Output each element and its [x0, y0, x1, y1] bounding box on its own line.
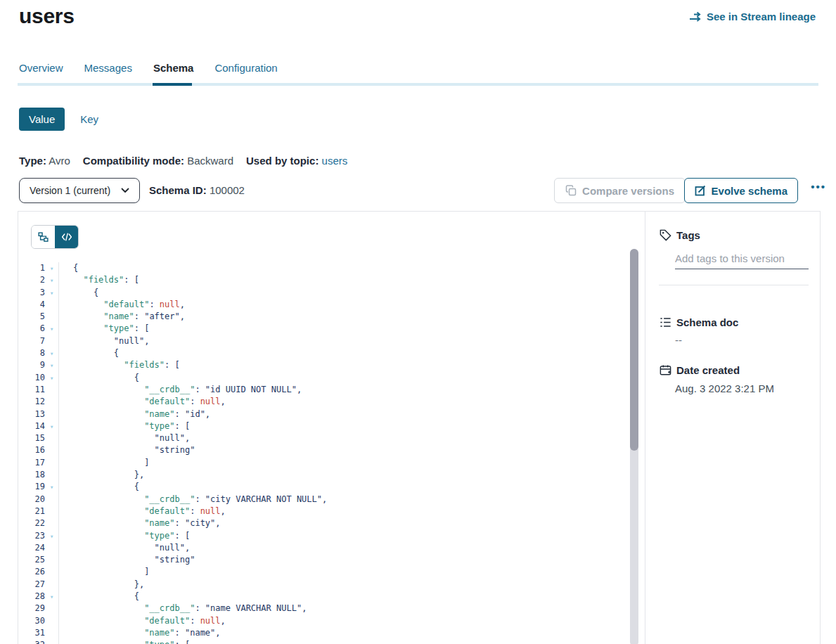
- fold-spacer: [45, 554, 59, 566]
- code-text: "default": null,: [59, 299, 185, 311]
- code-text: {: [59, 287, 98, 299]
- schema-meta-row: Type: Avro Compatibility mode: Backward …: [19, 155, 347, 167]
- value-toggle-button[interactable]: Value: [19, 108, 65, 131]
- see-in-stream-lineage-link[interactable]: See in Stream lineage: [689, 11, 816, 22]
- tab-bar: Overview Messages Schema Configuration: [18, 62, 818, 86]
- sidebar-divider: [659, 285, 809, 285]
- code-text: "__crdb__": "name VARCHAR NULL",: [59, 603, 307, 614]
- code-text: "__crdb__": "id UUID NOT NULL",: [59, 384, 302, 396]
- fold-toggle-icon[interactable]: ▾: [45, 347, 59, 359]
- schema-sidebar: Tags Schema doc -- Date created Aug. 3 2…: [645, 212, 820, 644]
- tab-messages[interactable]: Messages: [84, 62, 132, 83]
- compatibility-label: Compatibility mode:: [83, 155, 184, 167]
- schema-doc-title: Schema doc: [676, 316, 738, 328]
- fold-spacer: [45, 311, 59, 323]
- fold-toggle-icon[interactable]: ▾: [45, 359, 59, 371]
- code-text: "type": [: [59, 323, 149, 335]
- code-line: 27 },: [18, 579, 628, 591]
- line-number: 2: [18, 274, 45, 286]
- key-toggle-link[interactable]: Key: [80, 113, 98, 125]
- line-number: 10: [18, 372, 45, 384]
- code-view-icon: [61, 232, 72, 242]
- version-dropdown[interactable]: Version 1 (current): [19, 178, 140, 203]
- tree-view-button[interactable]: [32, 226, 55, 248]
- fold-toggle-icon[interactable]: ▾: [45, 372, 59, 384]
- topic-link[interactable]: users: [322, 155, 348, 167]
- code-line: 19▾ {: [18, 481, 628, 493]
- code-view-button[interactable]: [55, 226, 78, 248]
- code-text: "default": null,: [59, 396, 226, 408]
- page-title: users: [19, 4, 75, 28]
- schema-id-value: 100002: [210, 184, 245, 196]
- add-tags-input[interactable]: [675, 251, 809, 269]
- fold-spacer: [45, 579, 59, 591]
- tab-active-indicator: [153, 83, 192, 86]
- tab-overview[interactable]: Overview: [19, 62, 63, 83]
- date-created-title: Date created: [676, 364, 740, 376]
- code-text: },: [59, 469, 144, 481]
- fold-spacer: [45, 408, 59, 420]
- line-number: 20: [18, 494, 45, 505]
- fold-toggle-icon[interactable]: ▾: [45, 481, 59, 493]
- lineage-link-label: See in Stream lineage: [707, 11, 816, 22]
- evolve-schema-button[interactable]: Evolve schema: [684, 178, 798, 203]
- fold-toggle-icon[interactable]: ▾: [45, 287, 59, 299]
- code-text: {: [59, 347, 119, 359]
- fold-toggle-icon[interactable]: ▾: [45, 274, 59, 286]
- line-number: 32: [18, 639, 45, 644]
- code-line: 18 },: [18, 469, 628, 481]
- code-line: 3▾ {: [18, 287, 628, 299]
- tag-icon: [659, 228, 672, 242]
- line-number: 27: [18, 579, 45, 591]
- fold-toggle-icon[interactable]: ▾: [45, 591, 59, 603]
- version-dropdown-value: Version 1 (current): [30, 185, 110, 196]
- schema-panel: 1▾{2▾ "fields": [3▾ {4 "default": null,5…: [18, 211, 821, 644]
- code-text: "fields": [: [59, 359, 180, 371]
- line-number: 23: [18, 530, 45, 542]
- line-number: 25: [18, 554, 45, 566]
- code-line: 10▾ {: [18, 372, 628, 384]
- line-number: 21: [18, 505, 45, 517]
- compatibility-value: Backward: [187, 155, 233, 167]
- type-label: Type:: [19, 155, 46, 167]
- line-number: 24: [18, 542, 45, 554]
- code-text: "null",: [59, 432, 190, 444]
- code-text: {: [59, 372, 139, 384]
- code-line: 5 "name": "after",: [18, 311, 628, 323]
- line-number: 7: [18, 335, 45, 347]
- stream-lineage-icon: [689, 11, 702, 22]
- line-number: 18: [18, 469, 45, 481]
- tab-schema[interactable]: Schema: [153, 62, 194, 83]
- code-text: ]: [59, 457, 149, 469]
- code-line: 15 "null",: [18, 432, 628, 444]
- fold-toggle-icon[interactable]: ▾: [45, 639, 59, 644]
- line-number: 12: [18, 396, 45, 408]
- code-text: "name": "name",: [59, 627, 221, 639]
- value-key-toggle: Value Key: [19, 108, 98, 131]
- line-number: 16: [18, 444, 45, 456]
- fold-toggle-icon[interactable]: ▾: [45, 420, 59, 432]
- schema-doc-section-header: Schema doc: [659, 316, 738, 329]
- code-line: 30 "default": null,: [18, 615, 628, 627]
- fold-toggle-icon[interactable]: ▾: [45, 530, 59, 542]
- list-icon: [659, 316, 672, 329]
- line-number: 14: [18, 420, 45, 432]
- code-line: 20 "__crdb__": "city VARCHAR NOT NULL",: [18, 494, 628, 505]
- line-number: 31: [18, 627, 45, 639]
- code-scrollbar[interactable]: [630, 249, 638, 451]
- code-content[interactable]: 1▾{2▾ "fields": [3▾ {4 "default": null,5…: [18, 262, 628, 644]
- compare-versions-button[interactable]: Compare versions: [554, 178, 686, 203]
- fold-toggle-icon[interactable]: ▾: [45, 323, 59, 335]
- code-line: 6▾ "type": [: [18, 323, 628, 335]
- code-line: 24 "null",: [18, 542, 628, 554]
- code-text: "name": "city",: [59, 517, 221, 529]
- code-line: 1▾{: [18, 262, 628, 274]
- fold-toggle-icon[interactable]: ▾: [45, 262, 59, 274]
- edit-icon: [695, 185, 706, 196]
- schema-id: Schema ID: 100002: [149, 184, 245, 196]
- tab-configuration[interactable]: Configuration: [214, 62, 277, 83]
- code-text: "name": "after",: [59, 311, 185, 323]
- code-line: 8▾ {: [18, 347, 628, 359]
- more-actions-button[interactable]: •••: [811, 181, 826, 193]
- fold-spacer: [45, 396, 59, 408]
